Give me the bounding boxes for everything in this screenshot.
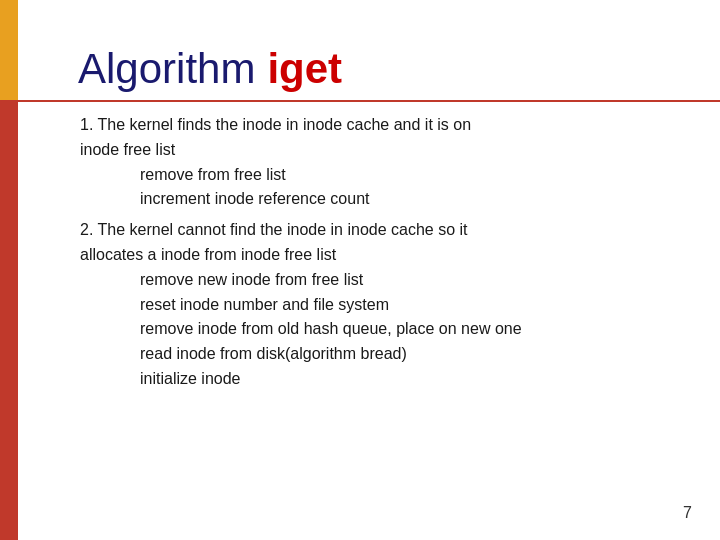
title-area: Algorithm iget bbox=[68, 30, 670, 93]
line-1: 1. The kernel finds the inode in inode c… bbox=[80, 113, 670, 138]
line-3: remove from free list bbox=[140, 163, 670, 188]
title-algorithm: Algorithm bbox=[78, 45, 255, 93]
line-2: inode free list bbox=[80, 138, 670, 163]
content-block: 1. The kernel finds the inode in inode c… bbox=[80, 113, 670, 392]
line-8: reset inode number and file system bbox=[140, 293, 670, 318]
content-area: 1. The kernel finds the inode in inode c… bbox=[80, 113, 670, 392]
line-11: initialize inode bbox=[140, 367, 670, 392]
title-iget: iget bbox=[267, 45, 342, 93]
accent-top bbox=[0, 0, 18, 100]
line-4: increment inode reference count bbox=[140, 187, 670, 212]
title-container: Algorithm iget bbox=[78, 45, 342, 93]
accent-bottom bbox=[0, 100, 18, 540]
divider-line bbox=[18, 100, 720, 102]
line-5: 2. The kernel cannot find the inode in i… bbox=[80, 218, 670, 243]
line-10: read inode from disk(algorithm bread) bbox=[140, 342, 670, 367]
accent-bar bbox=[0, 0, 18, 540]
line-7: remove new inode from free list bbox=[140, 268, 670, 293]
line-9: remove inode from old hash queue, place … bbox=[140, 317, 670, 342]
page-number: 7 bbox=[683, 504, 692, 522]
slide: Algorithm iget 1. The kernel finds the i… bbox=[0, 0, 720, 540]
line-6: allocates a inode from inode free list bbox=[80, 243, 670, 268]
